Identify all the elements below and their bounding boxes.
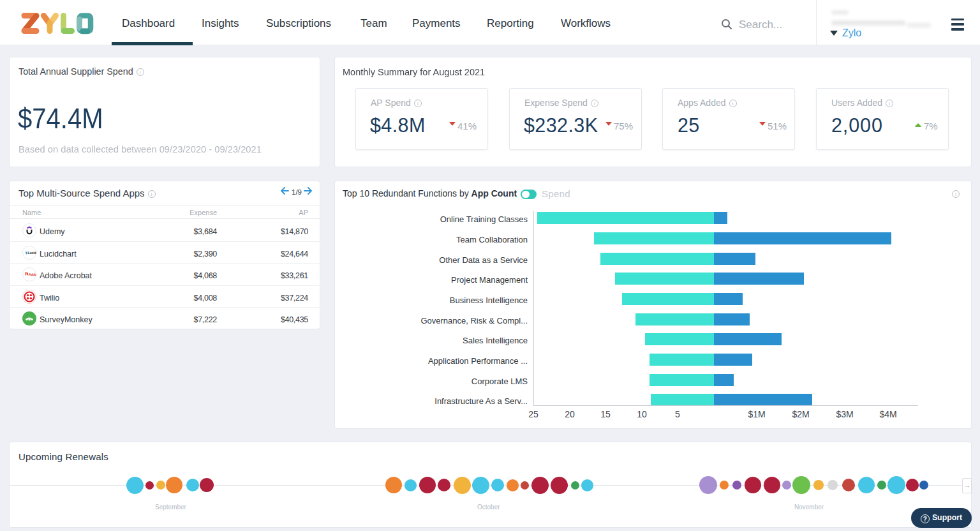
svg-text:Adobe: Adobe [29, 273, 36, 276]
svg-text:Lucid: Lucid [28, 251, 36, 255]
